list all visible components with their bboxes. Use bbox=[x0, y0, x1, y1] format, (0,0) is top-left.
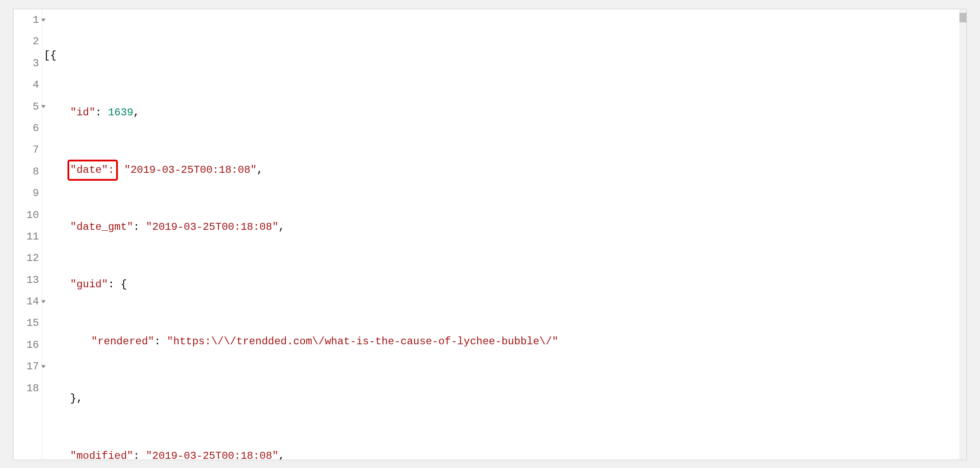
line-number: 6 bbox=[14, 118, 39, 139]
line-number: 7 bbox=[14, 139, 39, 161]
scrollbar-track[interactable] bbox=[959, 9, 966, 460]
code-line: "date": "2019-03-25T00:18:08", bbox=[44, 159, 966, 181]
line-number: 4 bbox=[14, 74, 39, 96]
line-number: 5 bbox=[14, 96, 39, 118]
code-line: "rendered": "https:\/\/trendded.com\/wha… bbox=[44, 331, 966, 352]
json-string: "https:\/\/trendded.com\/what-is-the-cau… bbox=[167, 336, 558, 347]
json-bracket: }, bbox=[70, 393, 83, 404]
json-string: "2019-03-25T00:18:08" bbox=[124, 164, 256, 176]
json-key: "date": bbox=[70, 164, 114, 176]
line-number: 2 bbox=[14, 31, 39, 52]
scrollbar-thumb[interactable] bbox=[959, 13, 966, 22]
code-line: "modified": "2019-03-25T00:18:08", bbox=[44, 445, 966, 460]
line-number: 17 bbox=[14, 356, 39, 377]
json-number: 1639 bbox=[108, 107, 133, 118]
line-number: 1 bbox=[14, 9, 39, 31]
json-key: "modified" bbox=[70, 450, 133, 460]
code-editor[interactable]: 123456789101112131415161718 [{ "id": 163… bbox=[13, 9, 967, 460]
line-number: 12 bbox=[14, 247, 39, 269]
editor-container: 123456789101112131415161718 [{ "id": 163… bbox=[0, 0, 980, 468]
line-number: 18 bbox=[14, 378, 39, 399]
line-number: 9 bbox=[14, 182, 39, 204]
json-key: "id" bbox=[70, 107, 96, 118]
code-line: "id": 1639, bbox=[44, 102, 966, 123]
json-string: "2019-03-25T00:18:08" bbox=[146, 221, 278, 233]
line-number: 3 bbox=[14, 53, 39, 74]
json-bracket: [{ bbox=[44, 50, 57, 61]
line-number-gutter: 123456789101112131415161718 bbox=[14, 9, 42, 460]
line-number: 8 bbox=[14, 161, 39, 182]
line-number: 10 bbox=[14, 204, 39, 226]
json-key: "guid" bbox=[70, 279, 108, 290]
line-number: 13 bbox=[14, 269, 39, 291]
json-key: "date_gmt" bbox=[70, 221, 133, 233]
json-key: "rendered" bbox=[91, 336, 154, 347]
line-number: 14 bbox=[14, 291, 39, 312]
line-number: 16 bbox=[14, 334, 39, 356]
highlight-box-date: "date": bbox=[67, 160, 118, 181]
json-string: "2019-03-25T00:18:08" bbox=[146, 450, 278, 460]
line-number: 15 bbox=[14, 312, 39, 334]
code-line: "guid": { bbox=[44, 274, 966, 295]
line-number: 11 bbox=[14, 226, 39, 247]
code-line: "date_gmt": "2019-03-25T00:18:08", bbox=[44, 216, 966, 238]
code-line: [{ bbox=[44, 45, 966, 66]
code-area[interactable]: [{ "id": 1639, "date": "2019-03-25T00:18… bbox=[42, 9, 966, 460]
code-line: }, bbox=[44, 388, 966, 409]
